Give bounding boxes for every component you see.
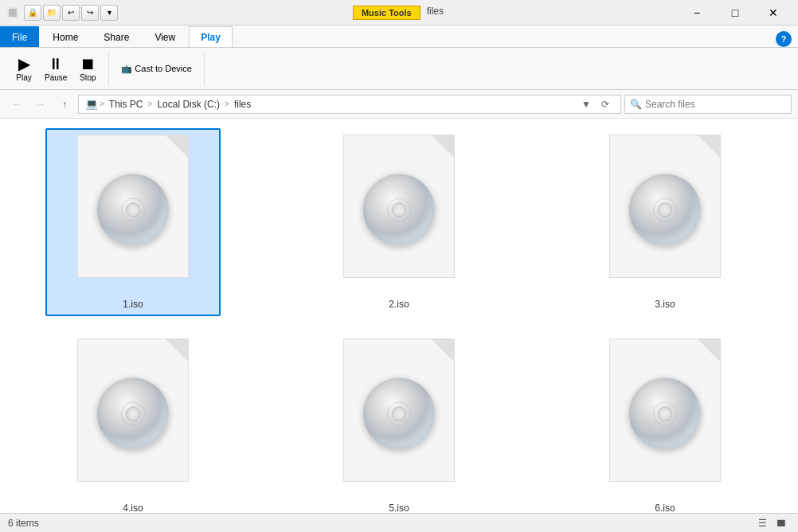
file-page-fold: [166, 339, 188, 362]
ribbon-tabs: File Home Share View Play ?: [0, 25, 798, 48]
address-bar: ← → ↑ 💻 > This PC > Local Disk (C:) > fi…: [0, 90, 798, 119]
title-bar-left: 🔒 📁 ↩ ↪ ▾: [6, 5, 118, 21]
search-icon: 🔍: [630, 99, 642, 110]
address-refresh-btn[interactable]: ⟳: [597, 96, 614, 113]
file-item[interactable]: 4.iso: [45, 332, 221, 513]
file-icon-wrapper: [601, 135, 729, 294]
window-controls: − □ ✕: [679, 0, 792, 25]
file-name: 1.iso: [123, 299, 143, 310]
file-item[interactable]: 2.iso: [311, 128, 487, 316]
address-path[interactable]: 💻 > This PC > Local Disk (C:) > files ▼ …: [78, 95, 621, 114]
path-sep-3: >: [225, 100, 229, 108]
quick-access-toolbar: 🔒 📁 ↩ ↪ ▾: [24, 5, 118, 21]
path-this-pc[interactable]: This PC: [106, 98, 147, 111]
item-count: 6 items: [8, 518, 39, 529]
path-current-folder[interactable]: files: [231, 98, 254, 111]
cd-center: [392, 407, 406, 421]
file-item[interactable]: 1.iso: [45, 128, 221, 316]
details-view-btn[interactable]: ☰: [753, 516, 771, 530]
tab-home[interactable]: Home: [41, 26, 90, 47]
help-button[interactable]: ?: [776, 31, 792, 47]
back-button[interactable]: ←: [6, 95, 27, 114]
cd-center: [126, 203, 140, 217]
up-button[interactable]: ↑: [54, 95, 75, 114]
file-name: 3.iso: [655, 299, 675, 310]
cd-center: [126, 407, 140, 421]
file-page: [343, 135, 455, 278]
file-page: [609, 135, 721, 278]
ribbon-play-buttons: ▶ Play ⏸ Pause ⏹ Stop: [10, 53, 102, 85]
svg-rect-1: [9, 9, 17, 17]
tab-play[interactable]: Play: [189, 26, 233, 47]
cd-disc-icon: [363, 378, 435, 450]
file-page: [77, 338, 189, 482]
file-name: 6.iso: [655, 503, 675, 513]
ribbon-command-bar: ▶ Play ⏸ Pause ⏹ Stop 📺Cast to Device: [0, 48, 798, 89]
file-page-fold: [432, 135, 454, 158]
file-name: 5.iso: [389, 503, 409, 513]
file-page-fold: [698, 135, 720, 158]
redo-btn[interactable]: ↪: [81, 5, 99, 21]
window-title: files: [427, 6, 444, 20]
minimize-button[interactable]: −: [679, 0, 715, 25]
address-bar-icons: ▼ ⟳: [577, 96, 614, 113]
stop-btn[interactable]: ⏹ Stop: [73, 53, 102, 85]
file-name: 2.iso: [389, 299, 409, 310]
path-sep-2: >: [148, 100, 153, 108]
properties-btn[interactable]: 🔒: [24, 5, 41, 21]
cd-center: [658, 407, 672, 421]
file-page-fold: [432, 339, 454, 362]
file-area: 1.iso 2.iso 3.iso: [0, 119, 798, 513]
cd-center: [392, 203, 406, 217]
forward-button[interactable]: →: [30, 95, 51, 114]
file-icon-wrapper: [69, 338, 197, 498]
file-name: 4.iso: [123, 503, 143, 513]
ribbon-tab-active-label: Music Tools: [353, 6, 421, 20]
address-dropdown-btn[interactable]: ▼: [577, 96, 595, 113]
cd-disc-icon: [363, 174, 435, 246]
cast-to-device-btn[interactable]: 📺Cast to Device: [115, 61, 198, 76]
file-icon-wrapper: [601, 338, 729, 498]
title-bar-center: Music Tools files: [121, 6, 675, 20]
path-sep-1: >: [100, 100, 104, 108]
file-page-fold: [166, 135, 188, 158]
title-bar: 🔒 📁 ↩ ↪ ▾ Music Tools files − □ ✕: [0, 0, 798, 25]
pause-btn[interactable]: ⏸ Pause: [40, 53, 72, 85]
undo-btn[interactable]: ↩: [62, 5, 80, 21]
cd-disc-icon: [629, 378, 701, 450]
ribbon-group-cast: 📺Cast to Device: [112, 51, 205, 86]
tab-share[interactable]: Share: [92, 26, 141, 47]
file-item[interactable]: 5.iso: [311, 332, 487, 513]
file-item[interactable]: 3.iso: [577, 128, 753, 316]
file-icon-wrapper: [69, 135, 197, 294]
ribbon: File Home Share View Play ? ▶ Play ⏸ Pau…: [0, 25, 798, 90]
play-btn[interactable]: ▶ Play: [10, 53, 38, 85]
view-buttons: ☰ ⯀: [753, 516, 790, 530]
customize-btn[interactable]: ▾: [100, 5, 118, 21]
close-button[interactable]: ✕: [755, 0, 792, 25]
search-box[interactable]: 🔍: [624, 95, 792, 114]
file-page: [609, 338, 721, 482]
tab-file[interactable]: File: [0, 26, 39, 47]
file-page: [343, 338, 455, 482]
new-folder-btn[interactable]: 📁: [43, 5, 61, 21]
search-input[interactable]: [645, 99, 786, 110]
cd-disc-icon: [97, 378, 169, 450]
cd-center: [658, 203, 672, 217]
cd-disc-icon: [97, 174, 169, 246]
status-bar: 6 items ☰ ⯀: [0, 513, 798, 532]
file-page: [77, 135, 189, 278]
ribbon-cast-buttons: 📺Cast to Device: [115, 61, 198, 76]
tab-view[interactable]: View: [143, 26, 187, 47]
cd-disc-icon: [629, 174, 701, 246]
file-icon-wrapper: [335, 338, 463, 498]
ribbon-group-play: ▶ Play ⏸ Pause ⏹ Stop: [6, 51, 109, 86]
maximize-button[interactable]: □: [717, 0, 753, 25]
file-icon-wrapper: [335, 135, 463, 294]
file-item[interactable]: 6.iso: [577, 332, 753, 513]
app-icon: [6, 6, 19, 19]
large-icons-view-btn[interactable]: ⯀: [773, 516, 790, 530]
file-grid: 1.iso 2.iso 3.iso: [0, 119, 798, 513]
file-page-fold: [698, 339, 720, 362]
path-local-disk[interactable]: Local Disk (C:): [154, 98, 223, 111]
